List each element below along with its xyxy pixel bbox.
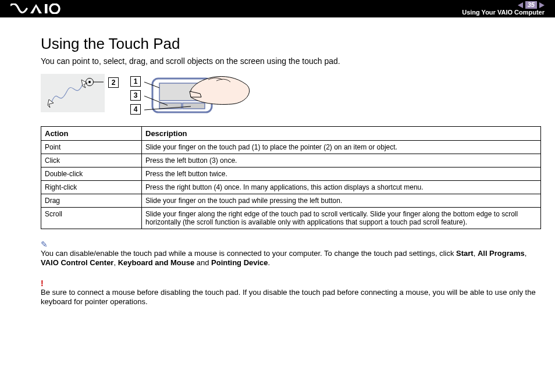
- table-header-row: Action Description: [41, 127, 541, 141]
- description-cell: Press the left button twice.: [142, 168, 541, 181]
- page-nav: 35: [518, 1, 545, 9]
- intro-text: You can point to, select, drag, and scro…: [41, 56, 540, 66]
- header-bar: 35 Using Your VAIO Computer: [0, 0, 555, 17]
- actions-table: Action Description Point Slide your fing…: [41, 126, 541, 229]
- description-cell: Press the left button (3) once.: [142, 154, 541, 168]
- pointer-illustration: 2: [41, 74, 105, 112]
- action-cell: Drag: [41, 194, 142, 208]
- table-row: Click Press the left button (3) once.: [41, 154, 541, 168]
- illustration-row: 2 1 3 4: [41, 74, 540, 120]
- table-row: Drag Slide your finger on the touch pad …: [41, 194, 541, 208]
- callout-3: 3: [130, 90, 141, 101]
- section-title: Using Your VAIO Computer: [462, 9, 545, 16]
- page-content: Using the Touch Pad You can point to, se…: [0, 17, 555, 318]
- action-cell: Double-click: [41, 168, 142, 181]
- next-page-icon[interactable]: [539, 2, 545, 8]
- table-row: Scroll Slide your finger along the right…: [41, 208, 541, 229]
- touchpad-illustration: [144, 74, 255, 120]
- table-row: Right-click Press the right button (4) o…: [41, 181, 541, 194]
- callout-1: 1: [130, 76, 141, 87]
- svg-rect-11: [183, 103, 205, 109]
- callout-4: 4: [130, 104, 141, 115]
- warning-icon: !: [41, 279, 540, 288]
- svg-marker-3: [48, 99, 54, 108]
- col-description-header: Description: [142, 127, 541, 141]
- tip-text: You can disable/enable the touch pad whi…: [41, 249, 540, 268]
- table-row: Double-click Press the left button twice…: [41, 168, 541, 181]
- header-right: 35 Using Your VAIO Computer: [462, 1, 545, 16]
- page-title: Using the Touch Pad: [41, 35, 540, 53]
- svg-point-2: [50, 4, 59, 13]
- description-cell: Slide your finger on the touch pad while…: [142, 194, 541, 208]
- prev-page-icon[interactable]: [518, 2, 523, 8]
- warning-text: Be sure to connect a mouse before disabl…: [41, 288, 540, 307]
- action-cell: Scroll: [41, 208, 142, 229]
- table-row: Point Slide your finger on the touch pad…: [41, 141, 541, 154]
- action-cell: Point: [41, 141, 142, 154]
- page-number: 35: [525, 1, 537, 9]
- description-cell: Press the right button (4) once. In many…: [142, 181, 541, 194]
- description-cell: Slide your finger along the right edge o…: [142, 208, 541, 229]
- vaio-logo: [10, 3, 61, 14]
- warning-note: ! Be sure to connect a mouse before disa…: [41, 279, 540, 307]
- pencil-icon: ✎: [41, 240, 540, 249]
- svg-rect-1: [45, 4, 48, 13]
- col-action-header: Action: [41, 127, 142, 141]
- tip-note: ✎ You can disable/enable the touch pad w…: [41, 240, 540, 268]
- action-cell: Click: [41, 154, 142, 168]
- action-cell: Right-click: [41, 181, 142, 194]
- description-cell: Slide your finger on the touch pad (1) t…: [142, 141, 541, 154]
- callout-stack: 1 3 4: [130, 74, 141, 115]
- svg-marker-0: [30, 4, 42, 13]
- callout-2: 2: [108, 77, 119, 88]
- svg-point-6: [88, 81, 91, 83]
